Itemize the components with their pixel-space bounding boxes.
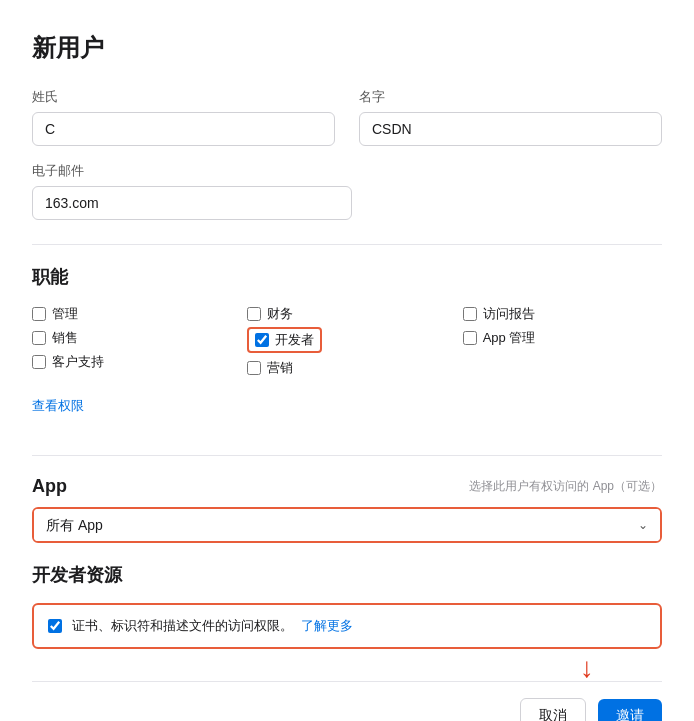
role-column-1: 管理 销售 客户支持 — [32, 305, 231, 377]
dev-resources-text: 证书、标识符和描述文件的访问权限。 了解更多 — [72, 617, 353, 635]
arrow-icon: ↓ — [580, 654, 594, 682]
roles-title: 职能 — [32, 265, 662, 289]
role-item-app-manage[interactable]: App 管理 — [463, 329, 662, 347]
footer: ↓ 取消 邀请 — [32, 681, 662, 721]
first-name-group: 名字 — [359, 88, 662, 146]
divider-1 — [32, 244, 662, 245]
email-input[interactable] — [32, 186, 352, 220]
learn-more-link[interactable]: 了解更多 — [301, 618, 353, 633]
role-label-access-report: 访问报告 — [483, 305, 535, 323]
role-item-support[interactable]: 客户支持 — [32, 353, 231, 371]
role-checkbox-marketing[interactable] — [247, 361, 261, 375]
role-label-app-manage: App 管理 — [483, 329, 536, 347]
view-permissions-link[interactable]: 查看权限 — [32, 397, 84, 415]
app-select[interactable]: 所有 App — [34, 509, 660, 541]
role-label-finance: 财务 — [267, 305, 293, 323]
role-item-manage[interactable]: 管理 — [32, 305, 231, 323]
role-item-developer[interactable]: 开发者 — [247, 327, 446, 353]
last-name-input[interactable] — [32, 112, 335, 146]
first-name-input[interactable] — [359, 112, 662, 146]
role-label-manage: 管理 — [52, 305, 78, 323]
role-label-sales: 销售 — [52, 329, 78, 347]
role-column-3: 访问报告 App 管理 — [463, 305, 662, 377]
name-row: 姓氏 名字 — [32, 88, 662, 146]
app-section: App 选择此用户有权访问的 App（可选） 所有 App ⌄ — [32, 476, 662, 543]
roles-grid: 管理 销售 客户支持 财务 — [32, 305, 662, 377]
developer-highlighted: 开发者 — [247, 327, 322, 353]
role-item-sales[interactable]: 销售 — [32, 329, 231, 347]
new-user-modal: 新用户 姓氏 名字 电子邮件 职能 管理 — [0, 0, 694, 721]
role-column-2: 财务 开发者 营销 — [247, 305, 446, 377]
app-header: App 选择此用户有权访问的 App（可选） — [32, 476, 662, 497]
app-hint: 选择此用户有权访问的 App（可选） — [469, 478, 662, 495]
role-checkbox-finance[interactable] — [247, 307, 261, 321]
role-item-access-report[interactable]: 访问报告 — [463, 305, 662, 323]
email-label: 电子邮件 — [32, 162, 352, 180]
invite-button[interactable]: 邀请 — [598, 699, 662, 721]
last-name-group: 姓氏 — [32, 88, 335, 146]
last-name-label: 姓氏 — [32, 88, 335, 106]
page-title: 新用户 — [32, 32, 662, 64]
roles-section: 职能 管理 销售 客户支持 — [32, 265, 662, 435]
role-item-marketing[interactable]: 营销 — [247, 359, 446, 377]
email-group: 电子邮件 — [32, 162, 352, 220]
role-label-developer: 开发者 — [275, 331, 314, 349]
role-label-support: 客户支持 — [52, 353, 104, 371]
role-label-marketing: 营销 — [267, 359, 293, 377]
role-checkbox-app-manage[interactable] — [463, 331, 477, 345]
email-row: 电子邮件 — [32, 162, 662, 220]
dev-resources-checkbox[interactable] — [48, 619, 62, 633]
role-item-finance[interactable]: 财务 — [247, 305, 446, 323]
role-checkbox-access-report[interactable] — [463, 307, 477, 321]
role-checkbox-sales[interactable] — [32, 331, 46, 345]
dev-resources-box: 证书、标识符和描述文件的访问权限。 了解更多 — [32, 603, 662, 649]
role-checkbox-developer[interactable] — [255, 333, 269, 347]
role-checkbox-support[interactable] — [32, 355, 46, 369]
role-checkbox-manage[interactable] — [32, 307, 46, 321]
app-title: App — [32, 476, 67, 497]
app-select-wrapper: 所有 App ⌄ — [32, 507, 662, 543]
cancel-button[interactable]: 取消 — [520, 698, 586, 721]
dev-resources-title: 开发者资源 — [32, 563, 662, 587]
divider-2 — [32, 455, 662, 456]
first-name-label: 名字 — [359, 88, 662, 106]
dev-resources-section: 开发者资源 证书、标识符和描述文件的访问权限。 了解更多 — [32, 563, 662, 649]
